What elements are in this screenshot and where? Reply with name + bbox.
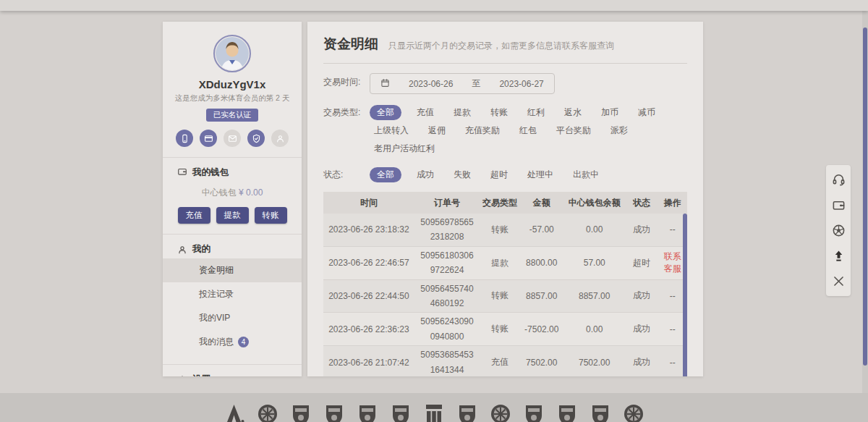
cell-status: 成功 [625, 321, 658, 337]
sidebar-item[interactable]: 投注记录 [163, 282, 302, 306]
wallet-balance: 中心钱包 ¥ 0.00 [163, 187, 302, 199]
transaction-type-option[interactable]: 平台奖励 [552, 123, 595, 138]
cell-order-number: 50956978565 2318208 [414, 214, 480, 246]
transaction-type-option[interactable]: 全部 [370, 105, 401, 120]
cell-transaction-type: 转账 [480, 321, 519, 337]
transaction-type-option[interactable]: 红利 [523, 105, 549, 120]
cell-time: 2023-06-26 23:18:32 [323, 223, 414, 236]
transaction-row: 2023-06-26 23:18:3250956978565 2318208转账… [323, 214, 687, 247]
status-filter-options: 全部成功失败超时处理中出款中 [370, 166, 687, 182]
contact-support-link[interactable]: 联系客服 [664, 251, 681, 274]
menu-section-header: 设置 [163, 365, 302, 376]
status-option[interactable]: 出款中 [569, 167, 603, 182]
sidebar-item-label: 我的消息 [199, 337, 234, 347]
phone-icon[interactable] [176, 130, 193, 147]
cell-wallet-balance: 7502.00 [563, 356, 626, 369]
transaction-row: 2023-06-26 22:46:5750956180306 9722624提款… [323, 247, 687, 280]
mail-icon[interactable] [224, 130, 241, 147]
transaction-type-option[interactable]: 返佣 [424, 123, 450, 138]
status-option[interactable]: 处理中 [523, 167, 558, 182]
avatar[interactable] [213, 35, 251, 72]
time-filter-label: 交易时间: [323, 73, 370, 88]
cell-amount: 7502.00 [520, 356, 563, 369]
team-logos-row [0, 393, 868, 422]
shield-check-icon[interactable] [247, 130, 265, 147]
type-filter-row: 交易类型: 全部充值提款转账红利返水加币减币上级转入返佣充值奖励红包平台奖励派彩… [323, 104, 687, 156]
menu-section-header: 我的 [163, 235, 302, 258]
close-icon[interactable] [826, 269, 851, 294]
floating-toolbar [826, 165, 851, 296]
status-option[interactable]: 成功 [412, 167, 438, 182]
status-option[interactable]: 超时 [486, 167, 512, 182]
bank-card-icon[interactable] [200, 130, 217, 147]
transaction-type-option[interactable]: 上级转入 [370, 123, 413, 138]
wallet-action-button[interactable]: 提款 [216, 207, 249, 224]
transaction-type-option[interactable]: 老用户活动红利 [370, 141, 439, 156]
cell-time: 2023-06-26 22:44:50 [323, 290, 414, 303]
cell-status: 超时 [625, 256, 658, 271]
column-header: 中心钱包余额 [563, 195, 626, 211]
wallet-action-button[interactable]: 转账 [255, 207, 287, 224]
date-range-picker[interactable]: 2023-06-26 至 2023-06-27 [370, 73, 555, 94]
profile-sidebar: XDduzYgV1x 这是您成为多米体育会员的第 2 天 已实名认证 我的钱包 … [163, 22, 302, 376]
cell-time: 2023-06-26 21:07:42 [323, 356, 414, 369]
wallet-action-button[interactable]: 充值 [178, 207, 210, 224]
footer [0, 393, 868, 422]
team-badge-shield [555, 399, 579, 422]
wallet-balance-value: ¥ 0.00 [239, 187, 263, 198]
transaction-type-option[interactable]: 红包 [515, 123, 541, 138]
avatar-photo [216, 37, 249, 70]
transaction-type-option[interactable]: 转账 [486, 105, 512, 120]
fund-details-panel: 资金明细 只显示近两个月的交易记录，如需更多信息请联系客服查询 交易时间: 20… [307, 22, 703, 376]
status-option[interactable]: 失败 [449, 167, 475, 182]
column-header: 交易类型 [480, 195, 519, 211]
type-filter-label: 交易类型: [323, 104, 370, 119]
transaction-type-option[interactable]: 充值 [412, 105, 438, 120]
cell-time: 2023-06-26 22:46:57 [323, 256, 414, 269]
cell-amount: -57.00 [520, 223, 563, 236]
football-icon[interactable] [826, 218, 851, 243]
cell-transaction-type: 转账 [480, 222, 519, 237]
sidebar-menu: 我的资金明细投注记录我的VIP我的消息4设置账号与资料安全中心 [163, 235, 302, 376]
sidebar-item-label: 我的VIP [199, 313, 230, 323]
status-filter-label: 状态: [323, 166, 370, 181]
team-badge-bars [422, 399, 446, 422]
team-badge-shield [322, 399, 346, 422]
gear-icon [177, 375, 187, 377]
page-scrollbar-track[interactable] [862, 0, 868, 422]
wallet-icon[interactable] [826, 193, 851, 218]
team-badge-shield [388, 399, 413, 422]
transaction-row: 2023-06-26 22:44:5050956455740 4680192转账… [323, 280, 687, 313]
team-badge-shield [455, 399, 480, 422]
column-header: 订单号 [414, 195, 480, 211]
sidebar-item[interactable]: 资金明细 [163, 258, 302, 282]
page-scrollbar-thumb[interactable] [863, 28, 867, 366]
cell-wallet-balance: 0.00 [563, 323, 626, 336]
user-icon[interactable] [271, 130, 289, 147]
time-filter-row: 交易时间: 2023-06-26 至 2023-06-27 [323, 73, 687, 94]
back-to-top-icon[interactable] [826, 243, 851, 269]
headset-icon[interactable] [826, 167, 851, 193]
sidebar-item[interactable]: 我的VIP [163, 306, 302, 330]
cell-amount: -7502.00 [520, 323, 563, 336]
table-scrollbar[interactable] [683, 214, 687, 376]
transaction-type-option[interactable]: 返水 [560, 105, 586, 120]
sidebar-item[interactable]: 我的消息4 [163, 330, 302, 354]
cell-transaction-type: 充值 [480, 355, 519, 370]
transaction-type-option[interactable]: 加币 [597, 105, 623, 120]
wallet-balance-label: 中心钱包 [202, 187, 237, 198]
menu-section-title: 设置 [192, 374, 210, 376]
cell-status: 成功 [625, 288, 658, 303]
cell-time: 2023-06-26 22:36:23 [323, 323, 414, 336]
transaction-type-option[interactable]: 充值奖励 [461, 123, 504, 138]
transaction-type-option[interactable]: 减币 [634, 105, 660, 120]
team-badge-shield [355, 399, 380, 422]
wallet-buttons-row: 充值提款转账 [163, 207, 302, 224]
transaction-type-option[interactable]: 提款 [449, 105, 475, 120]
sidebar-item-label: 资金明细 [199, 265, 234, 275]
status-option[interactable]: 全部 [370, 167, 401, 182]
transaction-type-option[interactable]: 派彩 [606, 123, 632, 138]
cell-wallet-balance: 0.00 [563, 223, 626, 236]
team-badge-circle [621, 399, 646, 422]
transactions-table: 时间订单号交易类型金额中心钱包余额状态操作 2023-06-26 23:18:3… [323, 192, 687, 376]
